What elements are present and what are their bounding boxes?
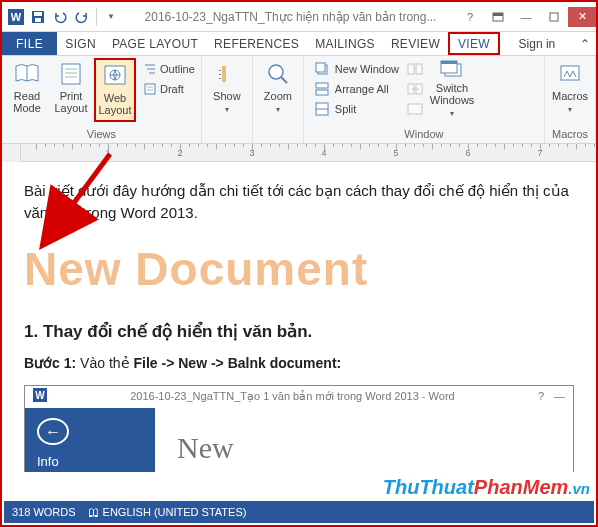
big-heading: New Document [24,236,574,303]
draft-icon [140,79,160,99]
split-icon [312,99,332,119]
step-paragraph: Bước 1: Vào thẻ File -> New -> Balnk doc… [24,353,574,373]
wm-b: PhanMem [474,476,568,498]
tab-view[interactable]: VIEW [448,32,500,55]
inner-title: 2016-10-23_NgaTTN_Tạo 1 văn bản mới tron… [47,389,538,405]
svg-rect-25 [219,78,221,79]
new-window-button[interactable]: New Window [312,60,399,78]
macros-icon [556,60,584,88]
draft-button[interactable]: Draft [138,80,197,98]
group-views: Read Mode Print Layout Web Layout Outlin… [2,56,202,143]
back-icon: ← [37,418,69,445]
tab-references[interactable]: REFERENCES [206,32,307,55]
close-icon[interactable]: ✕ [568,7,596,27]
tab-file[interactable]: FILE [2,32,57,55]
show-button[interactable]: Show [206,58,248,122]
inner-min-icon: — [554,389,565,405]
ribbon-tabs: FILE SIGN PAGE LAYOUT REFERENCES MAILING… [2,32,596,56]
svg-rect-31 [316,90,328,95]
word-count[interactable]: 318 WORDS [12,506,76,518]
svg-rect-7 [550,13,558,21]
inner-new-heading: New [155,408,573,472]
tab-review[interactable]: REVIEW [383,32,448,55]
inner-titlebar: W 2016-10-23_NgaTTN_Tạo 1 văn bản mới tr… [25,386,573,408]
split-button[interactable]: Split [312,100,399,118]
label: Split [335,103,356,115]
svg-rect-3 [34,12,42,16]
label: Macros [552,90,588,102]
redo-icon[interactable] [72,7,92,27]
svg-line-27 [281,77,287,83]
svg-point-26 [269,65,283,79]
group-label: Views [6,127,197,141]
label: Read Mode [10,90,44,114]
svg-rect-4 [35,18,41,22]
wm-a: ThuThuat [383,476,474,498]
document-page[interactable]: Bài viết dưới đây hướng dẫn chi tiết tới… [2,162,596,472]
qat-customize-icon[interactable]: ▼ [101,7,121,27]
status-bar: 318 WORDS 🕮 ENGLISH (UNITED STATES) [4,501,594,523]
undo-icon[interactable] [50,7,70,27]
window-title: 2016-10-23_NgaTTN_Thực hiện nhập văn bản… [125,10,456,24]
svg-rect-29 [316,63,325,72]
sync-scroll-icon [405,79,425,99]
svg-rect-35 [416,64,422,74]
read-mode-button[interactable]: Read Mode [6,58,48,122]
new-window-icon [312,59,332,79]
label: Switch Windows [430,82,475,106]
minimize-icon[interactable]: — [512,7,540,27]
tab-sign[interactable]: SIGN [57,32,104,55]
label: New Window [335,63,399,75]
group-label [206,127,248,141]
view-side-by-side-button[interactable] [405,60,425,78]
word-app-icon[interactable]: W [6,7,26,27]
reset-position-icon [405,99,425,119]
collapse-ribbon-icon[interactable]: ⌃ [574,32,596,55]
print-layout-button[interactable]: Print Layout [50,58,92,122]
sync-scroll-button[interactable] [405,80,425,98]
switch-windows-button[interactable]: Switch Windows [431,58,473,122]
inner-help-icon: ? [538,389,544,405]
svg-rect-22 [222,66,226,82]
svg-rect-9 [62,64,80,84]
outline-button[interactable]: Outline [138,60,197,78]
label: Web Layout [98,92,131,116]
side-by-side-icon [405,59,425,79]
group-show: Show [202,56,253,143]
proofing-icon: 🕮 [88,506,99,518]
group-macros: Macros Macros [545,56,596,143]
inner-info-label: Info [37,453,143,472]
svg-text:W: W [35,390,45,401]
label: Zoom [264,90,292,102]
svg-rect-30 [316,83,328,88]
window-controls: ? — ✕ [456,7,596,27]
intro-paragraph: Bài viết dưới đây hướng dẫn chi tiết tới… [24,180,574,224]
group-label: Window [308,127,540,141]
save-icon[interactable] [28,7,48,27]
svg-rect-24 [219,74,221,75]
zoom-button[interactable]: Zoom [257,58,299,122]
maximize-icon[interactable] [540,7,568,27]
tab-mailings[interactable]: MAILINGS [307,32,383,55]
svg-rect-19 [145,84,155,94]
step-path: File -> New -> Balnk document: [134,355,342,371]
tab-page-layout[interactable]: PAGE LAYOUT [104,32,206,55]
label: Outline [160,63,195,75]
macros-button[interactable]: Macros [549,58,591,122]
reset-position-button[interactable] [405,100,425,118]
arrange-all-button[interactable]: Arrange All [312,80,399,98]
step-bold: Bước 1: [24,355,76,371]
ribbon: Read Mode Print Layout Web Layout Outlin… [2,56,596,144]
inner-word-icon: W [33,388,47,407]
sign-in-link[interactable]: Sign in [509,32,566,55]
svg-rect-6 [493,13,503,16]
step-text: Vào thẻ [76,355,133,371]
horizontal-ruler[interactable]: 1234567 [20,144,596,162]
help-icon[interactable]: ? [456,7,484,27]
embedded-screenshot: W 2016-10-23_NgaTTN_Tạo 1 văn bản mới tr… [24,385,574,472]
ribbon-options-icon[interactable] [484,7,512,27]
label: Print Layout [54,90,88,114]
web-layout-button[interactable]: Web Layout [94,58,136,122]
language-status[interactable]: 🕮 ENGLISH (UNITED STATES) [88,506,247,518]
zoom-icon [264,60,292,88]
